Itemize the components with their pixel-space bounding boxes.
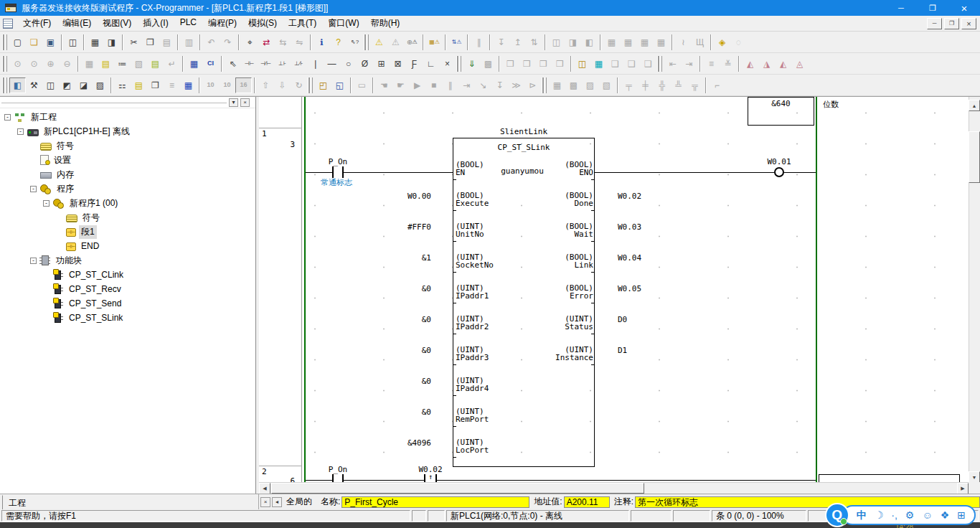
- symbol-address-field[interactable]: A200.11: [564, 496, 610, 508]
- edit-fb-1-icon[interactable]: ◭: [742, 56, 758, 72]
- menu-edit[interactable]: 编辑(E): [57, 15, 97, 32]
- plc-settings-window-icon[interactable]: ◰: [315, 77, 331, 93]
- replace-icon[interactable]: ⇄: [258, 34, 275, 50]
- tree-item-plc-memory[interactable]: 内存: [0, 167, 255, 182]
- sheet-delete-icon[interactable]: ❒: [519, 56, 535, 72]
- value-refresh-icon[interactable]: ↻: [291, 77, 307, 93]
- print-icon[interactable]: ▦: [87, 34, 103, 50]
- sim-run-to-icon[interactable]: ⊳: [524, 77, 541, 93]
- monitor-mode-icon[interactable]: ◨: [565, 34, 581, 50]
- context-help-icon[interactable]: ⇖?: [347, 34, 363, 50]
- fb-input-value[interactable]: &0: [345, 377, 431, 386]
- fb-input-execute[interactable]: (BOOL) Execute: [456, 192, 489, 207]
- break-set-icon[interactable]: ╤: [621, 77, 637, 93]
- coil-w001[interactable]: [774, 167, 784, 177]
- compare-with-plc-icon[interactable]: ⇅⚠: [448, 34, 465, 50]
- radix-signed-icon[interactable]: 10: [219, 77, 235, 93]
- print-preview-icon[interactable]: ◨: [103, 34, 120, 50]
- fb-input-locport[interactable]: (UINT) LocPort: [456, 438, 489, 454]
- fb-input-value[interactable]: &0: [345, 407, 431, 417]
- address-ref-tool-icon[interactable]: ⚏: [114, 77, 131, 93]
- new-instruction-icon[interactable]: ⊞: [373, 56, 390, 72]
- display-2-icon[interactable]: ▦: [620, 34, 636, 50]
- new-vertical-icon[interactable]: ❘: [307, 56, 324, 72]
- paste-icon[interactable]: ▤: [159, 34, 175, 50]
- sim-fast-fwd-icon[interactable]: ≫: [508, 77, 524, 93]
- download-icon[interactable]: ↧: [493, 34, 509, 50]
- tree-item-section-end[interactable]: END: [0, 239, 255, 253]
- fb-output-operand[interactable]: W0.03: [618, 222, 641, 232]
- fb-input-value[interactable]: &0: [345, 346, 431, 355]
- select-tool-icon[interactable]: ⇖: [225, 56, 241, 72]
- expand-toggle-icon[interactable]: -: [30, 258, 37, 264]
- tree-item-programs[interactable]: -程序: [0, 182, 255, 196]
- watch-window-icon[interactable]: ◫: [42, 77, 59, 93]
- fb-input-value[interactable]: W0.00: [345, 192, 431, 201]
- new-horizontal-icon[interactable]: —: [324, 56, 340, 72]
- punctuation-icon[interactable]: ·,: [891, 510, 897, 520]
- fb-output-operand[interactable]: D1: [618, 346, 627, 355]
- fb-registration-icon[interactable]: ◫: [574, 56, 590, 72]
- tree-item-plc-newplc1[interactable]: -新PLC1[CP1H-E] 离线: [0, 124, 255, 138]
- erase-tool-icon[interactable]: ×: [439, 56, 456, 72]
- indent-right-icon[interactable]: ⇥: [681, 56, 697, 72]
- save-file-icon[interactable]: ▣: [42, 34, 59, 50]
- redo-icon[interactable]: ↷: [220, 34, 236, 50]
- comment-box-icon[interactable]: ▤: [131, 77, 147, 93]
- new-instruction-detail-icon[interactable]: ⊠: [390, 56, 406, 72]
- panel-close-button[interactable]: ×: [240, 98, 250, 107]
- net-display-3-icon[interactable]: ▨: [582, 77, 598, 93]
- zoom-in-icon[interactable]: ⊕: [42, 56, 59, 72]
- symbol-window-icon[interactable]: ▩: [480, 56, 496, 72]
- align-list-icon[interactable]: ≡: [703, 56, 720, 72]
- scroll-right-icon[interactable]: ▶: [957, 483, 969, 494]
- open-file-icon[interactable]: ❏: [26, 34, 42, 50]
- toolbox-icon[interactable]: ⊞: [957, 510, 966, 520]
- zoom-custom-icon[interactable]: ⊙: [9, 56, 26, 72]
- tree-item-plc-symbols[interactable]: 符号: [0, 138, 255, 153]
- fb-input-value[interactable]: &4096: [345, 438, 431, 448]
- edit-fb-2-icon[interactable]: ◮: [758, 56, 775, 72]
- menu-tools[interactable]: 工具(T): [283, 15, 322, 32]
- fb-output-error[interactable]: (BOOL) Error: [496, 284, 593, 300]
- ime-mode-chinese[interactable]: 中: [857, 510, 867, 520]
- symbolbar-close-button[interactable]: ×: [260, 497, 270, 507]
- display-3-icon[interactable]: ▦: [636, 34, 653, 50]
- break-clear-icon[interactable]: ╪: [637, 77, 654, 93]
- pause-hand-2-icon[interactable]: ☛: [392, 77, 409, 93]
- net-display-1-icon[interactable]: ▦: [549, 77, 565, 93]
- break-enable-icon[interactable]: ╩: [670, 77, 687, 93]
- tree-item-project-root[interactable]: -新工程: [0, 110, 255, 124]
- sheet-minus-icon[interactable]: ❒: [552, 56, 568, 72]
- new-contact-icon[interactable]: ⊣⊢: [241, 56, 258, 72]
- align-list-2-icon[interactable]: ≚: [720, 56, 736, 72]
- mnemonics-view-icon[interactable]: ▦: [186, 56, 202, 72]
- radix-decimal-icon[interactable]: 10: [202, 77, 219, 93]
- pause-monitor-icon[interactable]: ∥: [471, 34, 487, 50]
- menu-file[interactable]: 文件(F): [17, 15, 57, 32]
- fb-output-operand[interactable]: D0: [618, 315, 627, 324]
- page-setup-preview-icon[interactable]: ◫: [65, 34, 81, 50]
- display-1-icon[interactable]: ▦: [603, 34, 620, 50]
- window-nav-icon[interactable]: ❐: [147, 77, 164, 93]
- zoom-out-icon[interactable]: ⊖: [59, 56, 75, 72]
- symbolbar-collapse-button[interactable]: ◂: [272, 497, 282, 507]
- fb-input-value[interactable]: &0: [345, 315, 431, 324]
- menu-view[interactable]: 视图(V): [97, 15, 137, 32]
- watch-sheet-icon[interactable]: ▦: [590, 56, 607, 72]
- menu-simulation[interactable]: 模拟(S): [242, 15, 283, 32]
- fb-output-operand[interactable]: W0.04: [618, 253, 641, 263]
- tree-item-program1-symbols[interactable]: 符号: [0, 210, 255, 225]
- expand-toggle-icon[interactable]: -: [30, 186, 37, 192]
- compare-program-icon[interactable]: ⇅: [526, 34, 542, 50]
- check-programs-icon[interactable]: ◎⚠: [404, 34, 420, 50]
- fb-input-ipaddr1[interactable]: (UINT) IPaddr1: [456, 284, 489, 300]
- fb-output-status[interactable]: (UINT) Status: [496, 315, 593, 331]
- scroll-left-icon[interactable]: ◀: [259, 483, 270, 494]
- menu-program[interactable]: 编程(P): [202, 15, 242, 32]
- new-line-tool-icon[interactable]: ∟: [423, 56, 439, 72]
- properties-window-icon[interactable]: ▨: [92, 77, 108, 93]
- ladder-vertical-scrollbar[interactable]: ▲ ▼: [969, 97, 980, 483]
- rung-list-icon[interactable]: ≡: [164, 77, 180, 93]
- new-file-icon[interactable]: ▢: [9, 34, 26, 50]
